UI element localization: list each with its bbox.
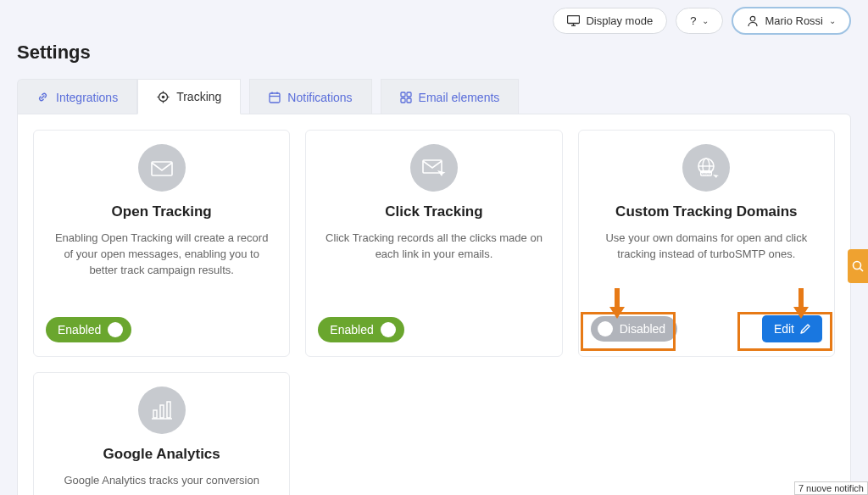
card-title: Google Analytics bbox=[103, 446, 220, 463]
chevron-down-icon: ⌄ bbox=[702, 16, 709, 25]
card-google-analytics: Google Analytics Google Analytics tracks… bbox=[33, 372, 290, 495]
tab-label: Tracking bbox=[176, 90, 221, 103]
click-tracking-toggle[interactable]: Enabled bbox=[318, 317, 403, 342]
calendar-icon bbox=[269, 92, 281, 103]
card-desc: Enabling Open Tracking will create a rec… bbox=[46, 231, 277, 317]
settings-panel: Open Tracking Enabling Open Tracking wil… bbox=[17, 114, 851, 495]
display-mode-label: Display mode bbox=[586, 14, 653, 27]
card-title: Click Tracking bbox=[385, 203, 482, 220]
svg-rect-0 bbox=[568, 16, 580, 24]
card-click-tracking: Click Tracking Click Tracking records al… bbox=[305, 130, 562, 357]
svg-point-5 bbox=[162, 95, 165, 98]
tab-label: Notifications bbox=[287, 91, 352, 104]
user-name-label: Mario Rossi bbox=[765, 14, 823, 27]
svg-rect-27 bbox=[153, 410, 157, 418]
page-title: Settings bbox=[0, 35, 868, 79]
card-title: Open Tracking bbox=[112, 203, 212, 220]
tab-tracking[interactable]: Tracking bbox=[137, 79, 241, 114]
svg-rect-10 bbox=[270, 93, 280, 103]
search-icon bbox=[852, 260, 864, 272]
feedback-side-tab[interactable] bbox=[848, 249, 868, 283]
chevron-down-icon: ⌄ bbox=[829, 16, 836, 25]
svg-rect-18 bbox=[152, 162, 172, 175]
tab-label: Email elements bbox=[419, 91, 500, 104]
card-title: Custom Tracking Domains bbox=[615, 203, 797, 220]
tab-notifications[interactable]: Notifications bbox=[249, 79, 371, 114]
annotation-frame bbox=[581, 312, 676, 351]
www-globe-icon: www bbox=[682, 144, 730, 192]
svg-rect-17 bbox=[407, 98, 411, 103]
svg-rect-29 bbox=[167, 402, 170, 418]
card-desc: Use your own domains for open and click … bbox=[591, 231, 822, 315]
tab-integrations[interactable]: Integrations bbox=[17, 79, 137, 114]
card-open-tracking: Open Tracking Enabling Open Tracking wil… bbox=[33, 130, 290, 357]
svg-rect-15 bbox=[407, 92, 411, 97]
toggle-label: Enabled bbox=[330, 323, 373, 336]
tab-email-elements[interactable]: Email elements bbox=[381, 79, 520, 114]
card-desc: Click Tracking records all the clicks ma… bbox=[318, 231, 549, 317]
mail-click-icon bbox=[410, 144, 458, 192]
tab-label: Integrations bbox=[56, 91, 118, 104]
svg-text:www: www bbox=[700, 171, 711, 176]
help-button[interactable]: ? ⌄ bbox=[676, 8, 723, 34]
annotation-frame bbox=[737, 312, 832, 351]
svg-line-32 bbox=[860, 269, 864, 272]
mail-open-icon bbox=[138, 144, 186, 192]
target-icon bbox=[157, 91, 170, 103]
analytics-icon bbox=[138, 387, 186, 434]
svg-rect-14 bbox=[401, 92, 405, 97]
toggle-knob-icon bbox=[381, 322, 396, 337]
svg-rect-28 bbox=[160, 405, 164, 418]
monitor-icon bbox=[567, 15, 580, 26]
grid-icon bbox=[400, 92, 412, 103]
toggle-label: Enabled bbox=[58, 323, 101, 336]
svg-rect-16 bbox=[401, 98, 405, 103]
card-custom-domains: www Custom Tracking Domains Use your own… bbox=[578, 130, 835, 357]
user-menu-button[interactable]: Mario Rossi ⌄ bbox=[732, 7, 851, 35]
open-tracking-toggle[interactable]: Enabled bbox=[46, 317, 131, 342]
svg-point-3 bbox=[751, 16, 756, 21]
help-label: ? bbox=[690, 14, 696, 27]
toggle-knob-icon bbox=[108, 322, 123, 337]
user-icon bbox=[747, 15, 759, 27]
display-mode-button[interactable]: Display mode bbox=[553, 8, 667, 34]
card-desc: Google Analytics tracks your conversion bbox=[58, 473, 264, 489]
settings-tabs: Integrations Tracking Notifications Emai… bbox=[17, 79, 851, 114]
link-icon bbox=[36, 91, 49, 103]
svg-point-31 bbox=[854, 262, 861, 270]
notifications-tooltip: 7 nuove notifich bbox=[794, 481, 868, 495]
